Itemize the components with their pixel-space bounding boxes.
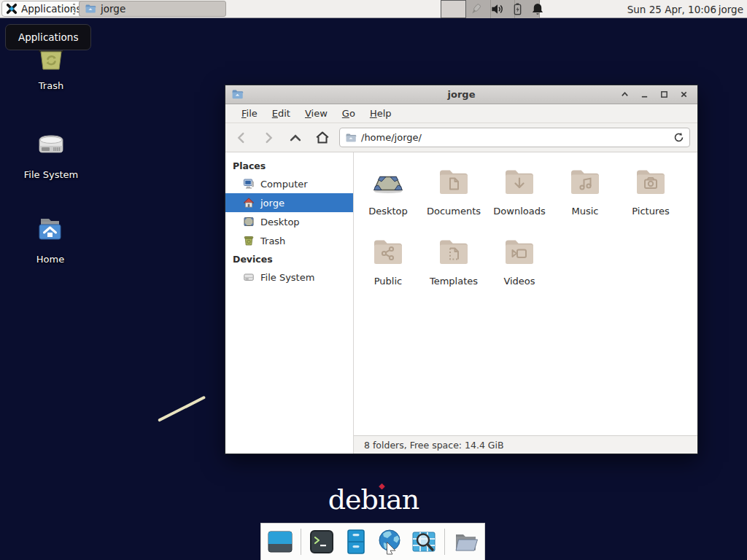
file-item-public[interactable]: Public	[355, 231, 421, 301]
downloads-folder-icon	[502, 161, 537, 199]
terminal-icon	[308, 528, 336, 556]
show-desktop-button[interactable]	[265, 526, 295, 557]
sidebar-item-jorge[interactable]: jorge	[225, 193, 353, 212]
up-button[interactable]	[285, 128, 305, 147]
desktop-icon	[371, 161, 406, 199]
folder-launcher[interactable]	[450, 526, 481, 557]
music-folder-icon	[568, 161, 603, 199]
window-titlebar[interactable]: jorge	[225, 85, 697, 104]
documents-folder-icon	[436, 161, 471, 199]
application-finder-launcher[interactable]	[409, 526, 439, 557]
home-folder-icon	[33, 212, 68, 247]
desktop-icon-home[interactable]: Home	[15, 212, 85, 265]
home-button[interactable]	[312, 128, 332, 147]
notifications-icon[interactable]	[531, 2, 544, 16]
desktop-icon-file-system[interactable]: File System	[16, 128, 86, 180]
sidebar-header-devices: Devices	[225, 250, 353, 268]
computer-icon	[243, 178, 255, 190]
desktop-icon-label: File System	[24, 169, 78, 180]
web-browser-launcher[interactable]	[374, 526, 405, 557]
battery-icon[interactable]	[511, 2, 524, 16]
panel-clock[interactable]: Sun 25 Apr, 10:06	[627, 0, 716, 18]
file-name: Public	[374, 276, 402, 287]
menu-go[interactable]: Go	[335, 105, 363, 122]
debian-logo: deb◆ıan	[0, 483, 747, 516]
file-name: Music	[572, 206, 599, 217]
public-folder-icon	[371, 231, 406, 269]
file-item-pictures[interactable]: Pictures	[618, 161, 684, 231]
debian-diamond: ◆	[379, 481, 384, 491]
file-cabinet-icon	[342, 528, 370, 556]
sidebar-item-label: Computer	[260, 179, 308, 190]
taskbar-window-button[interactable]: jorge	[79, 1, 226, 17]
file-list[interactable]: Desktop Documents	[354, 152, 697, 435]
sidebar-item-label: Trash	[260, 236, 285, 246]
dock	[260, 523, 485, 560]
hard-drive-icon	[34, 128, 69, 163]
file-item-videos[interactable]: Videos	[487, 231, 552, 301]
stylus-icon[interactable]	[468, 2, 483, 17]
menu-file[interactable]: File	[234, 105, 265, 122]
sidebar-item-computer[interactable]: Computer	[225, 174, 353, 193]
taskbar-grip-handle[interactable]	[73, 4, 77, 15]
file-name: Documents	[427, 206, 481, 217]
sidebar-item-label: jorge	[260, 198, 285, 209]
menu-view[interactable]: View	[298, 105, 335, 122]
close-button[interactable]	[678, 90, 689, 100]
home-icon	[243, 197, 255, 209]
file-name: Pictures	[632, 206, 669, 217]
folder-icon	[452, 528, 479, 556]
volume-icon[interactable]	[490, 2, 504, 16]
desktop-icon	[243, 216, 255, 228]
shade-button[interactable]	[619, 90, 630, 100]
path-bar[interactable]: /home/jorge/	[339, 128, 690, 147]
terminal-launcher[interactable]	[306, 526, 337, 557]
menu-bar: File Edit View Go Help	[225, 104, 697, 123]
trash-icon	[243, 235, 255, 246]
status-bar: 8 folders, Free space: 14.4 GiB	[354, 435, 697, 454]
toolbar: /home/jorge/	[225, 123, 697, 152]
system-tray	[468, 0, 544, 18]
file-item-templates[interactable]: Templates	[421, 231, 487, 301]
folder-icon	[345, 132, 357, 144]
show-desktop-icon	[266, 528, 294, 556]
file-name: Downloads	[493, 206, 545, 217]
path-input[interactable]: /home/jorge/	[361, 132, 669, 143]
file-item-documents[interactable]: Documents	[421, 161, 487, 231]
sidebar: Places Computer	[225, 152, 354, 454]
menu-help[interactable]: Help	[363, 105, 399, 122]
desktop-icon-label: Home	[36, 254, 64, 265]
sidebar-item-desktop[interactable]: Desktop	[225, 212, 353, 231]
menu-edit[interactable]: Edit	[265, 105, 298, 122]
file-item-downloads[interactable]: Downloads	[487, 161, 552, 231]
file-item-music[interactable]: Music	[552, 161, 618, 231]
minimize-button[interactable]	[639, 90, 649, 100]
maximize-button[interactable]	[659, 90, 669, 100]
xfce-menu-icon	[6, 3, 18, 15]
folder-icon	[85, 3, 96, 15]
sidebar-item-file-system[interactable]: File System	[225, 268, 353, 287]
sidebar-item-trash[interactable]: Trash	[225, 231, 353, 250]
status-text: 8 folders, Free space: 14.4 GiB	[364, 440, 504, 451]
dock-separator	[444, 529, 445, 555]
reload-icon[interactable]	[673, 132, 684, 143]
applications-tooltip: Applications	[5, 24, 91, 50]
desktop-icon-label: Trash	[39, 80, 63, 91]
back-button[interactable]	[231, 128, 251, 147]
workspace-1[interactable]	[441, 0, 466, 18]
file-item-desktop[interactable]: Desktop	[355, 161, 421, 231]
file-name: Templates	[430, 276, 478, 287]
file-name: Videos	[503, 276, 535, 287]
sidebar-item-label: Desktop	[260, 217, 300, 228]
application-finder-icon	[410, 528, 438, 556]
file-manager-launcher[interactable]	[341, 526, 371, 557]
web-browser-icon	[376, 528, 403, 556]
templates-folder-icon	[436, 231, 471, 269]
desktop: Applications jorge	[0, 0, 747, 560]
sidebar-item-label: File System	[260, 272, 314, 283]
forward-button[interactable]	[258, 128, 278, 147]
file-name: Desktop	[368, 206, 408, 217]
taskbar-window-label: jorge	[101, 3, 125, 15]
sidebar-header-places: Places	[225, 157, 353, 174]
panel-username: jorge	[719, 0, 743, 18]
